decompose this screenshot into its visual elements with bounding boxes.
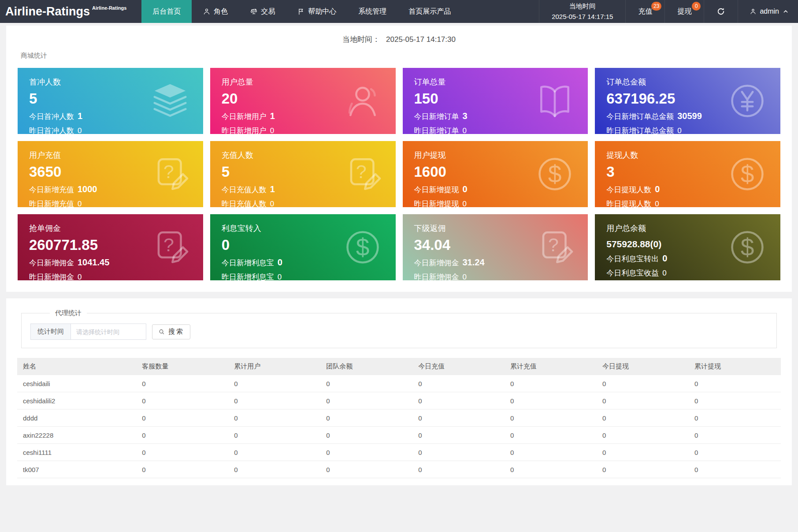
card-yesterday-value: 0: [270, 200, 274, 207]
svg-text:?: ?: [163, 234, 174, 255]
agent-value-cell: 0: [597, 392, 689, 409]
card-today-label: 今日利息宝转出: [606, 255, 659, 263]
card-today-value: 1: [270, 111, 275, 121]
card-yesterday-value: 0: [270, 126, 274, 134]
agent-table-header-row: 姓名客服数量累计用户团队余额今日充值累计充值今日提现累计提现: [17, 358, 781, 375]
withdraw-label: 提现: [677, 7, 691, 16]
dashboard-time-label: 当地时间：: [342, 35, 380, 44]
agent-value-cell: 0: [505, 409, 597, 427]
agent-value-cell: 0: [320, 375, 412, 392]
agent-value-cell: 0: [320, 444, 412, 461]
table-row-5: tk0070000000: [17, 461, 781, 478]
local-time-label: 当地时间: [569, 1, 596, 11]
navbar-right: 当地时间 2025-05-17 14:17:15 充值 23 提现 0 admi…: [539, 0, 798, 23]
nav-item-2[interactable]: 交易: [239, 0, 286, 23]
agent-value-cell: 0: [689, 392, 781, 409]
card-today-label: 今日新增利息宝: [222, 259, 274, 267]
nav-item-0[interactable]: 后台首页: [141, 0, 192, 23]
card-yesterday-line: 昨日新增用户0: [222, 126, 384, 134]
card-yesterday-line: 昨日新增充值0: [29, 199, 192, 207]
card-yesterday-label: 昨日新增利息宝: [222, 273, 274, 280]
card-yesterday-line: 昨日新增订单总金额0: [606, 126, 769, 134]
agent-value-cell: 0: [689, 461, 781, 478]
agent-value-cell: 0: [136, 427, 228, 444]
card-yesterday-label: 昨日充值人数: [222, 200, 267, 207]
local-time-value: 2025-05-17 14:17:15: [552, 11, 613, 22]
card-yesterday-line: 今日利息宝收益0: [606, 268, 769, 278]
card-today-label: 今日新增订单总金额: [606, 112, 674, 121]
agent-legend: 代理统计: [50, 309, 87, 317]
card-today-label: 今日新增订单: [414, 112, 459, 121]
svg-text:$: $: [356, 234, 369, 261]
agent-value-cell: 0: [136, 392, 228, 409]
agent-value-cell: 0: [412, 444, 505, 461]
nav-item-4[interactable]: 系统管理: [347, 0, 397, 23]
card-today-label: 今日新增用户: [222, 112, 267, 121]
dollar-circle-icon: $: [726, 153, 769, 196]
nav-item-1[interactable]: 角色: [192, 0, 239, 23]
card-today-label: 今日新增提现: [414, 186, 459, 194]
card-yesterday-line: 昨日新增佣金0: [29, 272, 192, 280]
card-yesterday-value: 0: [463, 126, 467, 134]
card-yesterday-label: 昨日新增佣金: [29, 273, 74, 280]
agent-value-cell: 0: [597, 375, 689, 392]
search-button[interactable]: 搜索: [152, 324, 190, 339]
agent-value-cell: 0: [689, 444, 781, 461]
stat-card-2: 订单总量150今日新增订单3昨日新增订单0: [403, 68, 588, 134]
stat-card-4: 用户充值3650今日新增充值1000昨日新增充值0?: [18, 141, 203, 207]
withdraw-button[interactable]: 提现 0: [664, 0, 704, 23]
stat-card-1: 用户总量20今日新增用户1昨日新增用户0: [210, 68, 396, 134]
card-today-value: 0: [655, 184, 660, 194]
stat-card-7: 提现人数3今日提现人数0昨日提现人数0$: [595, 141, 780, 207]
agent-value-cell: 0: [228, 409, 320, 427]
card-yesterday-line: 昨日充值人数0: [222, 199, 384, 207]
agent-value-cell: 0: [228, 392, 320, 409]
agent-value-cell: 0: [136, 409, 228, 427]
table-row-2: dddd0000000: [17, 409, 781, 427]
user-icon: [750, 8, 757, 15]
refresh-button[interactable]: [704, 0, 738, 23]
agent-value-cell: 0: [597, 409, 689, 427]
stat-card-9: 利息宝转入0今日新增利息宝0昨日新增利息宝0$: [210, 214, 396, 280]
search-label: 搜索: [168, 327, 184, 336]
card-yesterday-value: 0: [78, 126, 82, 134]
card-yesterday-label: 昨日新增订单: [414, 126, 459, 134]
nav-item-3[interactable]: 帮助中心: [286, 0, 347, 23]
layers-icon: [148, 79, 192, 123]
agent-name-cell: axin22228: [17, 427, 136, 444]
brand-logo: Airline-Ratings Airline-Ratings: [0, 0, 132, 23]
nav-item-label: 后台首页: [152, 7, 181, 16]
card-yesterday-label: 今日利息宝收益: [606, 269, 659, 277]
stat-cards-grid: 首冲人数5今日首冲人数1昨日首冲人数0用户总量20今日新增用户1昨日新增用户0订…: [18, 68, 780, 280]
dashboard-panel: 当地时间：2025-05-17 14:17:30 商城统计 首冲人数5今日首冲人…: [6, 26, 792, 292]
agent-col-header: 累计充值: [505, 358, 597, 375]
card-yesterday-value: 0: [463, 273, 467, 280]
user-menu[interactable]: admin: [738, 0, 798, 23]
agent-value-cell: 0: [228, 427, 320, 444]
stat-card-0: 首冲人数5今日首冲人数1昨日首冲人数0: [18, 68, 203, 134]
card-today-value: 1: [78, 111, 82, 121]
brand-text: Airline-Ratings: [5, 5, 90, 19]
card-yesterday-value: 0: [662, 269, 666, 277]
agent-fieldset: 代理统计 统计时间 搜索: [21, 309, 777, 348]
navbar: Airline-Ratings Airline-Ratings 后台首页角色交易…: [0, 0, 798, 23]
agent-panel: 代理统计 统计时间 搜索 姓名客服数量累计用户团队余额今日充值累计充值今日提现累…: [6, 298, 792, 485]
agent-col-header: 姓名: [17, 358, 136, 375]
stat-time-input[interactable]: [71, 324, 146, 340]
section-title: 商城统计: [21, 52, 792, 60]
card-today-label: 今日新增充值: [29, 186, 74, 194]
agent-name-cell: ceshi1111: [17, 444, 136, 461]
brand-sup-text: Airline-Ratings: [92, 5, 126, 11]
agent-value-cell: 0: [320, 461, 412, 478]
agent-value-cell: 0: [689, 375, 781, 392]
card-today-label: 今日新增佣金: [29, 259, 74, 267]
table-row-0: ceshidaili0000000: [17, 375, 781, 392]
nav-item-label: 交易: [261, 7, 275, 16]
card-today-value: 30599: [677, 111, 702, 121]
recharge-button[interactable]: 充值 23: [625, 0, 664, 23]
table-row-4: ceshi11110000000: [17, 444, 781, 461]
agent-name-cell: ceshidalili2: [17, 392, 136, 409]
card-today-label: 今日充值人数: [222, 186, 267, 194]
agent-col-header: 累计提现: [689, 358, 781, 375]
nav-item-5[interactable]: 首页展示产品: [397, 0, 462, 23]
